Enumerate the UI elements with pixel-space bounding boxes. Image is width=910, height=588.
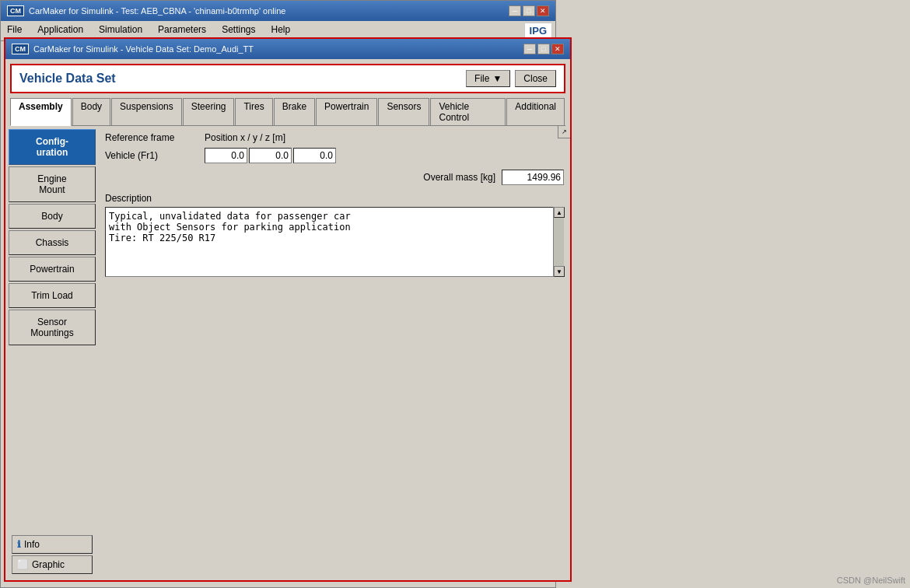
info-icon: ℹ (17, 539, 21, 550)
desc-textarea[interactable]: Typical, unvalidated data for passenger … (105, 207, 564, 277)
menu-help[interactable]: Help (268, 23, 293, 39)
vds-minimize-btn[interactable]: ─ (523, 44, 536, 54)
resize-handle[interactable]: ↗ (558, 126, 570, 138)
main-content: ↗ Reference frame Position x / y / z [m]… (99, 126, 570, 566)
vds-maximize-btn[interactable]: □ (537, 44, 550, 54)
main-titlebar: CM CarMaker for Simulink - Test: AEB_CBN… (1, 1, 555, 21)
mass-input[interactable] (502, 170, 564, 185)
vehicle-fr1-row: Vehicle (Fr1) (105, 148, 564, 163)
tabs-container: Assembly Body Suspensions Steering Tires… (10, 98, 565, 126)
tab-powertrain[interactable]: Powertrain (316, 98, 377, 125)
ipg-logo: IPG (524, 23, 552, 39)
tab-additional[interactable]: Additional (506, 98, 565, 125)
cm-logo: CM (7, 5, 24, 16)
file-label: File (474, 73, 489, 84)
menu-simulation[interactable]: Simulation (96, 23, 145, 39)
pos-label: Position x / y / z [m] (205, 132, 298, 143)
pos-y-input[interactable] (249, 148, 292, 163)
scroll-up[interactable]: ▲ (554, 207, 565, 218)
info-label: Info (24, 539, 40, 550)
desc-scrollbar[interactable]: ▲ ▼ (553, 207, 564, 277)
vds-window: CM CarMaker for Simulink - Vehicle Data … (4, 37, 572, 582)
vds-titlebar-controls: ─ □ ✕ (523, 44, 564, 54)
watermark: CSDN @NeilSwift (837, 576, 905, 585)
tab-assembly[interactable]: Assembly (10, 98, 72, 126)
vds-close-btn[interactable]: ✕ (551, 44, 564, 54)
pos-z-input[interactable] (293, 148, 336, 163)
info-button[interactable]: ℹ Info (12, 535, 93, 554)
file-button[interactable]: File ▼ (466, 70, 510, 87)
titlebar-left: CM CarMaker for Simulink - Test: AEB_CBN… (7, 5, 285, 16)
tab-tires[interactable]: Tires (235, 98, 272, 125)
vds-header: Vehicle Data Set File ▼ Close (10, 64, 565, 93)
sidebar-chassis[interactable]: Chassis (9, 230, 96, 255)
vds-title: CarMaker for Simulink - Vehicle Data Set… (33, 44, 254, 54)
menu-settings[interactable]: Settings (219, 23, 258, 39)
main-title: CarMaker for Simulink - Test: AEB_CBNA -… (29, 6, 285, 16)
desc-label: Description (105, 193, 564, 204)
scroll-down[interactable]: ▼ (554, 266, 565, 277)
vds-titlebar: CM CarMaker for Simulink - Vehicle Data … (5, 39, 570, 59)
pos-x-input[interactable] (205, 148, 247, 163)
ref-frame-row: Reference frame Position x / y / z [m] (105, 132, 564, 143)
tab-sensors[interactable]: Sensors (378, 98, 429, 125)
mass-label: Overall mass [kg] (105, 172, 495, 183)
titlebar-controls: ─ □ ✕ (509, 5, 549, 16)
graphic-icon: ⬜ (17, 559, 29, 570)
maximize-btn[interactable]: □ (523, 5, 535, 16)
scroll-track (554, 218, 564, 266)
left-sidebar: Config-uration EngineMount Body Chassis … (5, 126, 99, 566)
vds-cm-logo: CM (12, 44, 29, 54)
vehicle-fr1-label: Vehicle (Fr1) (105, 150, 198, 161)
sidebar-trim-load[interactable]: Trim Load (9, 283, 96, 308)
sidebar-sensor-mountings[interactable]: SensorMountings (9, 310, 96, 345)
tab-body[interactable]: Body (72, 98, 110, 125)
sidebar-body[interactable]: Body (9, 204, 96, 229)
graphic-label: Graphic (32, 559, 65, 570)
graphic-button[interactable]: ⬜ Graphic (12, 555, 93, 574)
ref-frame-label: Reference frame (105, 132, 198, 143)
menu-file[interactable]: File (4, 23, 25, 39)
vds-header-btns: File ▼ Close (466, 70, 556, 87)
tab-brake[interactable]: Brake (274, 98, 315, 125)
sidebar-engine-mount[interactable]: EngineMount (9, 166, 96, 202)
sidebar-powertrain[interactable]: Powertrain (9, 257, 96, 282)
pos-inputs (205, 148, 336, 163)
vds-header-title: Vehicle Data Set (19, 72, 116, 86)
ipg-box: IPG (524, 23, 552, 39)
mass-row: Overall mass [kg] (105, 170, 564, 185)
vds-title-left: CM CarMaker for Simulink - Vehicle Data … (12, 44, 254, 54)
file-dropdown-icon: ▼ (492, 73, 502, 84)
content-area: Config-uration EngineMount Body Chassis … (5, 126, 570, 566)
minimize-btn[interactable]: ─ (509, 5, 521, 16)
menu-application[interactable]: Application (34, 23, 86, 39)
vds-close-button[interactable]: Close (515, 70, 556, 87)
ipg-text: IPG (530, 25, 547, 37)
tab-suspensions[interactable]: Suspensions (111, 98, 182, 125)
close-btn[interactable]: ✕ (537, 5, 549, 16)
menu-parameters[interactable]: Parameters (155, 23, 209, 39)
tab-vehicle-control[interactable]: Vehicle Control (430, 98, 506, 125)
tab-steering[interactable]: Steering (183, 98, 235, 125)
sidebar-config[interactable]: Config-uration (9, 129, 96, 165)
